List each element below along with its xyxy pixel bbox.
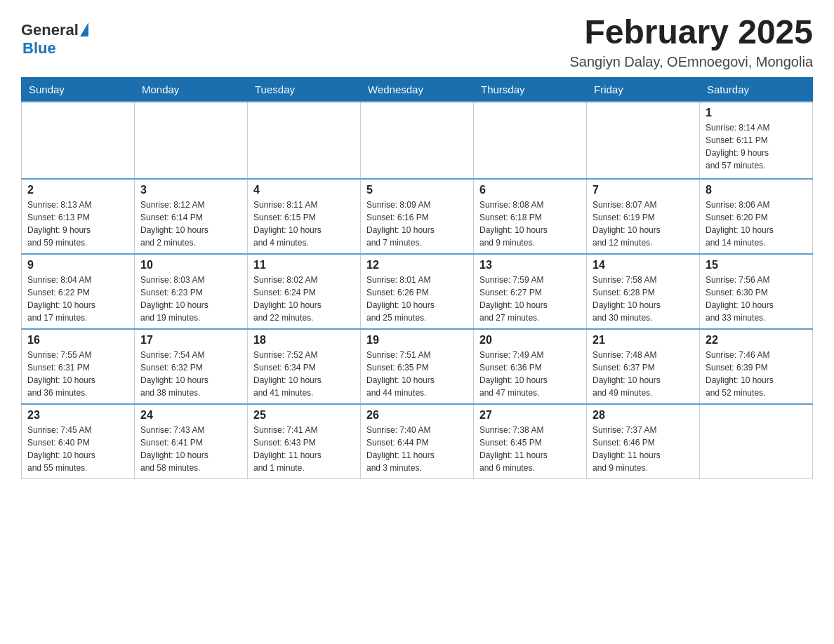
day-info: Sunrise: 8:07 AM Sunset: 6:19 PM Dayligh… (593, 199, 694, 249)
day-number: 4 (253, 184, 355, 196)
header-tuesday: Tuesday (248, 77, 361, 102)
day-number: 19 (366, 334, 468, 347)
header-thursday: Thursday (474, 77, 587, 102)
header-wednesday: Wednesday (361, 77, 474, 102)
table-row: 16Sunrise: 7:55 AM Sunset: 6:31 PM Dayli… (22, 329, 135, 404)
day-number: 23 (27, 409, 128, 422)
table-row: 25Sunrise: 7:41 AM Sunset: 6:43 PM Dayli… (248, 404, 361, 479)
weekday-header-row: Sunday Monday Tuesday Wednesday Thursday… (22, 77, 813, 102)
day-info: Sunrise: 8:14 AM Sunset: 6:11 PM Dayligh… (706, 121, 807, 172)
calendar-week-2: 2Sunrise: 8:13 AM Sunset: 6:13 PM Daylig… (22, 179, 813, 254)
day-info: Sunrise: 8:12 AM Sunset: 6:14 PM Dayligh… (140, 199, 241, 249)
table-row: 12Sunrise: 8:01 AM Sunset: 6:26 PM Dayli… (361, 254, 474, 329)
day-number: 21 (593, 334, 694, 347)
day-number: 13 (479, 259, 581, 271)
table-row: 27Sunrise: 7:38 AM Sunset: 6:45 PM Dayli… (474, 404, 587, 479)
table-row: 7Sunrise: 8:07 AM Sunset: 6:19 PM Daylig… (587, 179, 700, 254)
day-info: Sunrise: 7:52 AM Sunset: 6:34 PM Dayligh… (253, 349, 355, 399)
day-number: 7 (593, 184, 694, 196)
table-row (700, 404, 813, 479)
day-info: Sunrise: 7:46 AM Sunset: 6:39 PM Dayligh… (706, 349, 807, 399)
day-info: Sunrise: 8:06 AM Sunset: 6:20 PM Dayligh… (706, 199, 807, 249)
table-row: 22Sunrise: 7:46 AM Sunset: 6:39 PM Dayli… (700, 329, 813, 404)
calendar-week-5: 23Sunrise: 7:45 AM Sunset: 6:40 PM Dayli… (22, 404, 813, 479)
table-row: 3Sunrise: 8:12 AM Sunset: 6:14 PM Daylig… (135, 179, 248, 254)
header-sunday: Sunday (22, 77, 135, 102)
day-number: 14 (593, 259, 694, 271)
table-row: 11Sunrise: 8:02 AM Sunset: 6:24 PM Dayli… (248, 254, 361, 329)
location-subtitle: Sangiyn Dalay, OEmnoegovi, Mongolia (570, 54, 813, 70)
calendar-week-3: 9Sunrise: 8:04 AM Sunset: 6:22 PM Daylig… (22, 254, 813, 329)
day-number: 22 (706, 334, 807, 347)
logo-triangle-icon (80, 22, 88, 36)
table-row: 18Sunrise: 7:52 AM Sunset: 6:34 PM Dayli… (248, 329, 361, 404)
day-number: 28 (593, 409, 694, 422)
day-info: Sunrise: 8:02 AM Sunset: 6:24 PM Dayligh… (253, 274, 355, 324)
table-row: 2Sunrise: 8:13 AM Sunset: 6:13 PM Daylig… (22, 179, 135, 254)
logo-general: General (21, 21, 79, 39)
table-row: 1Sunrise: 8:14 AM Sunset: 6:11 PM Daylig… (700, 102, 813, 179)
table-row (587, 102, 700, 179)
day-info: Sunrise: 7:48 AM Sunset: 6:37 PM Dayligh… (593, 349, 694, 399)
table-row: 4Sunrise: 8:11 AM Sunset: 6:15 PM Daylig… (248, 179, 361, 254)
day-number: 17 (140, 334, 241, 347)
day-number: 3 (140, 184, 241, 196)
day-number: 27 (479, 409, 581, 422)
table-row: 8Sunrise: 8:06 AM Sunset: 6:20 PM Daylig… (700, 179, 813, 254)
table-row: 5Sunrise: 8:09 AM Sunset: 6:16 PM Daylig… (361, 179, 474, 254)
header-saturday: Saturday (700, 77, 813, 102)
table-row (361, 102, 474, 179)
day-number: 1 (706, 107, 807, 119)
day-number: 9 (27, 259, 128, 271)
page-header: General Blue February 2025 Sangiyn Dalay… (21, 14, 813, 70)
day-info: Sunrise: 7:58 AM Sunset: 6:28 PM Dayligh… (593, 274, 694, 324)
calendar-week-4: 16Sunrise: 7:55 AM Sunset: 6:31 PM Dayli… (22, 329, 813, 404)
header-friday: Friday (587, 77, 700, 102)
day-info: Sunrise: 8:09 AM Sunset: 6:16 PM Dayligh… (366, 199, 468, 249)
day-info: Sunrise: 8:01 AM Sunset: 6:26 PM Dayligh… (366, 274, 468, 324)
day-number: 26 (366, 409, 468, 422)
day-info: Sunrise: 7:56 AM Sunset: 6:30 PM Dayligh… (706, 274, 807, 324)
day-info: Sunrise: 8:11 AM Sunset: 6:15 PM Dayligh… (253, 199, 355, 249)
table-row (135, 102, 248, 179)
table-row (474, 102, 587, 179)
table-row: 17Sunrise: 7:54 AM Sunset: 6:32 PM Dayli… (135, 329, 248, 404)
table-row: 19Sunrise: 7:51 AM Sunset: 6:35 PM Dayli… (361, 329, 474, 404)
day-number: 18 (253, 334, 355, 347)
day-info: Sunrise: 7:54 AM Sunset: 6:32 PM Dayligh… (140, 349, 241, 399)
day-info: Sunrise: 8:13 AM Sunset: 6:13 PM Dayligh… (27, 199, 128, 249)
header-monday: Monday (135, 77, 248, 102)
day-number: 11 (253, 259, 355, 271)
table-row: 13Sunrise: 7:59 AM Sunset: 6:27 PM Dayli… (474, 254, 587, 329)
day-info: Sunrise: 7:49 AM Sunset: 6:36 PM Dayligh… (479, 349, 581, 399)
day-number: 25 (253, 409, 355, 422)
day-number: 15 (706, 259, 807, 271)
table-row: 9Sunrise: 8:04 AM Sunset: 6:22 PM Daylig… (22, 254, 135, 329)
day-number: 2 (27, 184, 128, 196)
day-number: 12 (366, 259, 468, 271)
table-row: 24Sunrise: 7:43 AM Sunset: 6:41 PM Dayli… (135, 404, 248, 479)
day-number: 24 (140, 409, 241, 422)
day-info: Sunrise: 7:38 AM Sunset: 6:45 PM Dayligh… (479, 424, 581, 474)
day-number: 10 (140, 259, 241, 271)
day-info: Sunrise: 7:55 AM Sunset: 6:31 PM Dayligh… (27, 349, 128, 399)
logo: General Blue (21, 21, 88, 58)
day-info: Sunrise: 8:03 AM Sunset: 6:23 PM Dayligh… (140, 274, 241, 324)
table-row: 14Sunrise: 7:58 AM Sunset: 6:28 PM Dayli… (587, 254, 700, 329)
day-number: 16 (27, 334, 128, 347)
day-number: 20 (479, 334, 581, 347)
table-row: 6Sunrise: 8:08 AM Sunset: 6:18 PM Daylig… (474, 179, 587, 254)
day-number: 6 (479, 184, 581, 196)
logo-blue: Blue (22, 39, 56, 58)
table-row: 23Sunrise: 7:45 AM Sunset: 6:40 PM Dayli… (22, 404, 135, 479)
table-row: 10Sunrise: 8:03 AM Sunset: 6:23 PM Dayli… (135, 254, 248, 329)
day-info: Sunrise: 7:59 AM Sunset: 6:27 PM Dayligh… (479, 274, 581, 324)
calendar-week-1: 1Sunrise: 8:14 AM Sunset: 6:11 PM Daylig… (22, 102, 813, 179)
table-row: 15Sunrise: 7:56 AM Sunset: 6:30 PM Dayli… (700, 254, 813, 329)
table-row: 28Sunrise: 7:37 AM Sunset: 6:46 PM Dayli… (587, 404, 700, 479)
day-info: Sunrise: 7:51 AM Sunset: 6:35 PM Dayligh… (366, 349, 468, 399)
month-title: February 2025 (570, 14, 813, 51)
table-row: 21Sunrise: 7:48 AM Sunset: 6:37 PM Dayli… (587, 329, 700, 404)
table-row: 20Sunrise: 7:49 AM Sunset: 6:36 PM Dayli… (474, 329, 587, 404)
day-info: Sunrise: 7:43 AM Sunset: 6:41 PM Dayligh… (140, 424, 241, 474)
